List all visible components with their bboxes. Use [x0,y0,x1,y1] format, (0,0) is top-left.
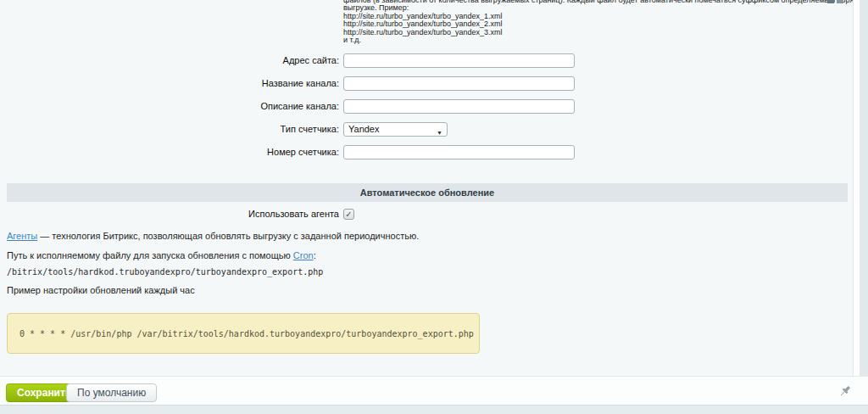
counter-type-selected-value: Yandex [348,124,380,134]
cron-example-caption: Пример настройки обновлений каждый час [7,285,195,295]
toolbar-icon-fragment-2[interactable] [837,0,843,3]
default-button[interactable]: По умолчанию [66,383,157,402]
auto-update-section-header: Автоматическое обновление [7,183,848,202]
cron-link[interactable]: Cron [293,250,314,260]
agents-note: Агенты — технология Битрикс, позволяющая… [7,231,419,241]
counter-number-label: Номер счетчика: [0,145,339,159]
counter-number-input[interactable] [343,145,575,159]
agents-link[interactable]: Агенты [7,231,37,241]
export-script-path: /bitrix/tools/hardkod.truboyandexpro/tur… [7,267,323,277]
chevron-down-icon: ▼ [437,126,442,139]
channel-description-input[interactable] [343,99,575,114]
channel-name-label: Название канала: [0,76,339,91]
channel-description-label: Описание канала: [0,99,339,114]
channel-name-input[interactable] [343,76,575,91]
description-etc: и т.д. [343,36,854,44]
agents-note-text: — технология Битрикс, позволяющая обновл… [37,231,419,241]
cron-note-text: Путь к исполняемому файлу для запуска об… [7,250,293,260]
example-url-3: http://site.ru/turbo_yandex/turbo_yandex… [343,29,854,36]
scrollbar-track[interactable] [860,0,868,377]
counter-type-label: Тип счетчика: [0,122,339,137]
pin-panel-icon[interactable] [838,384,852,398]
use-agent-label: Использовать агента [0,209,339,220]
toolbar-icon-fragment-1[interactable] [827,0,834,3]
site-address-input[interactable] [343,53,575,68]
description-line-1: файлов (в зависимости от количества выгр… [343,0,854,4]
cron-example-box: 0 * * * * /usr/bin/php /var/bitrix/tools… [7,313,480,354]
use-agent-checkbox[interactable]: ✓ [343,209,354,220]
action-bar: Сохранить По умолчанию [0,376,868,406]
cron-example-line: 0 * * * * /usr/bin/php /var/bitrix/tools… [19,329,474,338]
cron-note-colon: : [314,250,316,260]
counter-type-select[interactable]: Yandex ▼ [343,122,448,137]
cron-note: Путь к исполняемому файлу для запуска об… [7,250,316,260]
export-files-description: файлов (в зависимости от количества выгр… [343,0,854,44]
check-icon: ✓ [345,210,352,219]
page-bottom-strip [0,405,868,414]
site-address-label: Адрес сайта: [0,53,339,68]
settings-panel: файлов (в зависимости от количества выгр… [0,0,854,376]
